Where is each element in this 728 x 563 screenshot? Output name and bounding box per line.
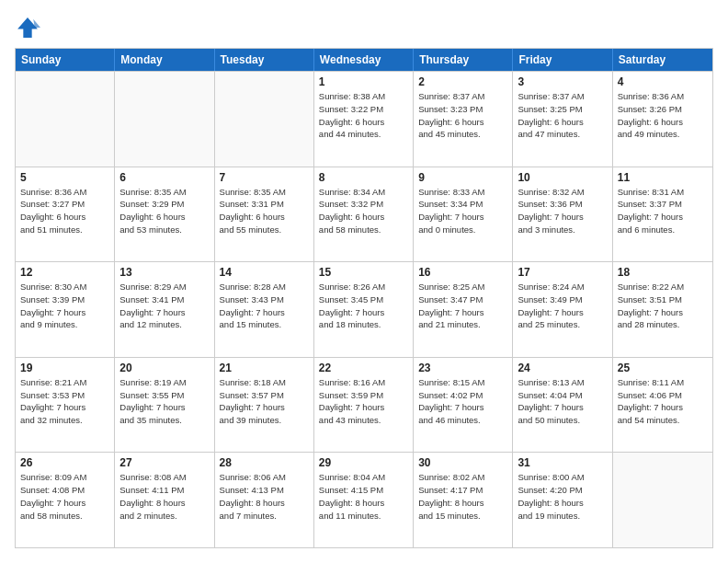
day-number: 31 xyxy=(518,456,607,469)
day-info: Sunrise: 8:15 AM Sunset: 4:02 PM Dayligh… xyxy=(418,376,507,427)
day-info: Sunrise: 8:22 AM Sunset: 3:51 PM Dayligh… xyxy=(618,281,708,331)
cal-cell: 1Sunrise: 8:38 AM Sunset: 3:22 PM Daylig… xyxy=(314,72,414,167)
week-row-3: 12Sunrise: 8:30 AM Sunset: 3:39 PM Dayli… xyxy=(16,261,712,357)
calendar: SundayMondayTuesdayWednesdayThursdayFrid… xyxy=(15,48,713,548)
cal-cell: 14Sunrise: 8:28 AM Sunset: 3:43 PM Dayli… xyxy=(215,262,314,357)
day-number: 24 xyxy=(518,362,607,374)
day-number: 29 xyxy=(319,456,408,469)
day-number: 18 xyxy=(618,266,708,279)
logo-icon xyxy=(15,15,40,40)
calendar-body: 1Sunrise: 8:38 AM Sunset: 3:22 PM Daylig… xyxy=(16,71,712,547)
day-info: Sunrise: 8:33 AM Sunset: 3:34 PM Dayligh… xyxy=(418,186,507,236)
day-info: Sunrise: 8:30 AM Sunset: 3:39 PM Dayligh… xyxy=(20,281,109,331)
cal-cell: 3Sunrise: 8:37 AM Sunset: 3:25 PM Daylig… xyxy=(513,72,612,167)
cal-cell: 12Sunrise: 8:30 AM Sunset: 3:39 PM Dayli… xyxy=(16,262,115,357)
week-row-5: 26Sunrise: 8:09 AM Sunset: 4:08 PM Dayli… xyxy=(16,452,712,547)
day-info: Sunrise: 8:06 AM Sunset: 4:13 PM Dayligh… xyxy=(220,471,309,522)
day-number: 26 xyxy=(20,456,109,469)
day-info: Sunrise: 8:29 AM Sunset: 3:41 PM Dayligh… xyxy=(119,281,209,331)
weekday-header-monday: Monday xyxy=(115,49,214,71)
day-number: 16 xyxy=(418,266,507,279)
cal-cell: 16Sunrise: 8:25 AM Sunset: 3:47 PM Dayli… xyxy=(414,262,513,357)
logo xyxy=(15,15,44,40)
day-number: 3 xyxy=(518,75,607,88)
day-number: 1 xyxy=(319,75,408,88)
day-number: 14 xyxy=(220,266,309,279)
day-info: Sunrise: 8:32 AM Sunset: 3:36 PM Dayligh… xyxy=(518,186,607,236)
week-row-2: 5Sunrise: 8:36 AM Sunset: 3:27 PM Daylig… xyxy=(16,167,712,262)
day-info: Sunrise: 8:08 AM Sunset: 4:11 PM Dayligh… xyxy=(119,471,209,522)
cal-cell: 4Sunrise: 8:36 AM Sunset: 3:26 PM Daylig… xyxy=(613,72,712,167)
day-number: 17 xyxy=(518,266,607,279)
day-number: 5 xyxy=(20,171,109,184)
cal-cell: 26Sunrise: 8:09 AM Sunset: 4:08 PM Dayli… xyxy=(16,453,115,547)
day-info: Sunrise: 8:09 AM Sunset: 4:08 PM Dayligh… xyxy=(20,471,109,522)
day-number: 28 xyxy=(220,456,309,469)
day-info: Sunrise: 8:25 AM Sunset: 3:47 PM Dayligh… xyxy=(418,281,507,331)
cal-cell: 13Sunrise: 8:29 AM Sunset: 3:41 PM Dayli… xyxy=(115,262,214,357)
cal-cell: 21Sunrise: 8:18 AM Sunset: 3:57 PM Dayli… xyxy=(215,358,314,453)
day-info: Sunrise: 8:16 AM Sunset: 3:59 PM Dayligh… xyxy=(319,376,408,427)
day-info: Sunrise: 8:35 AM Sunset: 3:29 PM Dayligh… xyxy=(119,186,209,236)
cal-cell: 9Sunrise: 8:33 AM Sunset: 3:34 PM Daylig… xyxy=(414,167,513,262)
day-number: 7 xyxy=(220,171,309,184)
header xyxy=(15,15,713,40)
cal-cell xyxy=(613,453,712,547)
day-number: 22 xyxy=(319,362,408,374)
cal-cell: 6Sunrise: 8:35 AM Sunset: 3:29 PM Daylig… xyxy=(115,167,214,262)
day-info: Sunrise: 8:19 AM Sunset: 3:55 PM Dayligh… xyxy=(119,376,209,427)
cal-cell: 30Sunrise: 8:02 AM Sunset: 4:17 PM Dayli… xyxy=(414,453,513,547)
day-number: 25 xyxy=(618,362,708,374)
cal-cell xyxy=(115,72,214,167)
cal-cell: 31Sunrise: 8:00 AM Sunset: 4:20 PM Dayli… xyxy=(513,453,612,547)
calendar-header: SundayMondayTuesdayWednesdayThursdayFrid… xyxy=(16,49,712,71)
day-info: Sunrise: 8:31 AM Sunset: 3:37 PM Dayligh… xyxy=(618,186,708,236)
cal-cell: 5Sunrise: 8:36 AM Sunset: 3:27 PM Daylig… xyxy=(16,167,115,262)
day-info: Sunrise: 8:36 AM Sunset: 3:27 PM Dayligh… xyxy=(20,186,109,236)
day-number: 12 xyxy=(20,266,109,279)
cal-cell xyxy=(215,72,314,167)
day-number: 10 xyxy=(518,171,607,184)
day-number: 13 xyxy=(119,266,209,279)
day-info: Sunrise: 8:37 AM Sunset: 3:23 PM Dayligh… xyxy=(418,90,507,141)
day-info: Sunrise: 8:00 AM Sunset: 4:20 PM Dayligh… xyxy=(518,471,607,522)
weekday-header-wednesday: Wednesday xyxy=(314,49,414,71)
day-info: Sunrise: 8:36 AM Sunset: 3:26 PM Dayligh… xyxy=(618,90,708,141)
day-number: 30 xyxy=(418,456,507,469)
day-info: Sunrise: 8:37 AM Sunset: 3:25 PM Dayligh… xyxy=(518,90,607,141)
cal-cell: 8Sunrise: 8:34 AM Sunset: 3:32 PM Daylig… xyxy=(314,167,414,262)
day-info: Sunrise: 8:04 AM Sunset: 4:15 PM Dayligh… xyxy=(319,471,408,522)
cal-cell: 20Sunrise: 8:19 AM Sunset: 3:55 PM Dayli… xyxy=(115,358,214,453)
cal-cell: 23Sunrise: 8:15 AM Sunset: 4:02 PM Dayli… xyxy=(414,358,513,453)
day-info: Sunrise: 8:34 AM Sunset: 3:32 PM Dayligh… xyxy=(319,186,408,236)
day-number: 15 xyxy=(319,266,408,279)
day-number: 6 xyxy=(119,171,209,184)
day-number: 4 xyxy=(618,75,708,88)
cal-cell: 15Sunrise: 8:26 AM Sunset: 3:45 PM Dayli… xyxy=(314,262,414,357)
day-number: 23 xyxy=(418,362,507,374)
weekday-header-saturday: Saturday xyxy=(613,49,712,71)
day-info: Sunrise: 8:02 AM Sunset: 4:17 PM Dayligh… xyxy=(418,471,507,522)
day-number: 8 xyxy=(319,171,408,184)
cal-cell: 11Sunrise: 8:31 AM Sunset: 3:37 PM Dayli… xyxy=(613,167,712,262)
day-info: Sunrise: 8:26 AM Sunset: 3:45 PM Dayligh… xyxy=(319,281,408,331)
cal-cell xyxy=(16,72,115,167)
cal-cell: 19Sunrise: 8:21 AM Sunset: 3:53 PM Dayli… xyxy=(16,358,115,453)
cal-cell: 28Sunrise: 8:06 AM Sunset: 4:13 PM Dayli… xyxy=(215,453,314,547)
weekday-header-thursday: Thursday xyxy=(414,49,513,71)
cal-cell: 24Sunrise: 8:13 AM Sunset: 4:04 PM Dayli… xyxy=(513,358,612,453)
day-info: Sunrise: 8:38 AM Sunset: 3:22 PM Dayligh… xyxy=(319,90,408,141)
weekday-header-friday: Friday xyxy=(513,49,612,71)
day-number: 9 xyxy=(418,171,507,184)
page: SundayMondayTuesdayWednesdayThursdayFrid… xyxy=(0,0,728,563)
day-number: 27 xyxy=(119,456,209,469)
day-info: Sunrise: 8:21 AM Sunset: 3:53 PM Dayligh… xyxy=(20,376,109,427)
cal-cell: 10Sunrise: 8:32 AM Sunset: 3:36 PM Dayli… xyxy=(513,167,612,262)
cal-cell: 18Sunrise: 8:22 AM Sunset: 3:51 PM Dayli… xyxy=(613,262,712,357)
day-number: 19 xyxy=(20,362,109,374)
cal-cell: 7Sunrise: 8:35 AM Sunset: 3:31 PM Daylig… xyxy=(215,167,314,262)
cal-cell: 2Sunrise: 8:37 AM Sunset: 3:23 PM Daylig… xyxy=(414,72,513,167)
day-info: Sunrise: 8:35 AM Sunset: 3:31 PM Dayligh… xyxy=(220,186,309,236)
weekday-header-sunday: Sunday xyxy=(16,49,115,71)
day-info: Sunrise: 8:13 AM Sunset: 4:04 PM Dayligh… xyxy=(518,376,607,427)
